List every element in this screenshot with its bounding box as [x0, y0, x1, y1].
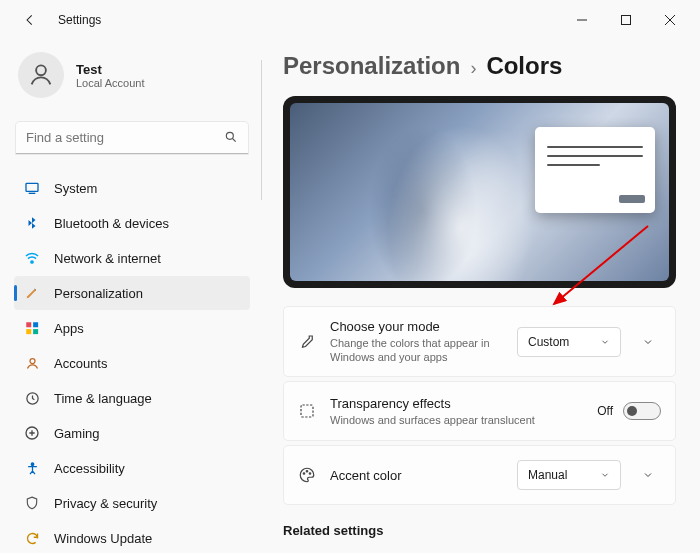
transparency-toggle[interactable]: [623, 402, 661, 420]
paint-icon: [24, 285, 40, 301]
back-button[interactable]: [14, 4, 46, 36]
svg-rect-16: [301, 405, 313, 417]
preview-window-card: [535, 127, 655, 213]
avatar: [18, 52, 64, 98]
chevron-down-icon: [600, 470, 610, 480]
clock-icon: [24, 390, 40, 406]
breadcrumb-sep: ›: [470, 58, 476, 79]
palette-icon: [298, 466, 316, 484]
svg-point-3: [226, 132, 233, 139]
dropdown-value: Custom: [528, 335, 569, 349]
brush-icon: [298, 333, 316, 351]
sidebar-item-bluetooth[interactable]: Bluetooth & devices: [14, 206, 250, 240]
breadcrumb-parent[interactable]: Personalization: [283, 52, 460, 80]
sidebar-item-accessibility[interactable]: Accessibility: [14, 451, 250, 485]
svg-rect-1: [622, 16, 631, 25]
setting-row-mode[interactable]: Choose your mode Change the colors that …: [283, 306, 676, 378]
sidebar-item-label: Accounts: [54, 356, 107, 371]
sidebar-item-label: Bluetooth & devices: [54, 216, 169, 231]
profile-sub: Local Account: [76, 77, 145, 89]
profile-block[interactable]: Test Local Account: [14, 46, 250, 116]
sidebar-item-label: Accessibility: [54, 461, 125, 476]
sidebar-item-personalization[interactable]: Personalization: [14, 276, 250, 310]
setting-sub: Windows and surfaces appear translucent: [330, 413, 583, 427]
sidebar: Test Local Account System Bluetooth & de…: [0, 40, 260, 553]
svg-rect-8: [26, 322, 31, 327]
sidebar-item-label: System: [54, 181, 97, 196]
svg-point-7: [31, 261, 33, 263]
sidebar-item-label: Gaming: [54, 426, 100, 441]
gaming-icon: [24, 425, 40, 441]
system-icon: [24, 180, 40, 196]
transparency-icon: [298, 402, 316, 420]
accent-dropdown[interactable]: Manual: [517, 460, 621, 490]
maximize-button[interactable]: [604, 5, 648, 35]
sidebar-item-label: Privacy & security: [54, 496, 157, 511]
related-settings-heading: Related settings: [283, 523, 676, 538]
sidebar-item-label: Windows Update: [54, 531, 152, 546]
apps-icon: [24, 320, 40, 336]
svg-point-12: [30, 358, 35, 363]
search-icon: [224, 130, 238, 144]
svg-rect-9: [33, 322, 38, 327]
svg-point-2: [36, 65, 46, 75]
content-area: Personalization › Colors Choose your mod…: [260, 40, 700, 553]
breadcrumb: Personalization › Colors: [283, 52, 676, 80]
theme-preview: [283, 96, 676, 288]
sidebar-item-label: Apps: [54, 321, 84, 336]
setting-sub: Change the colors that appear in Windows…: [330, 336, 503, 365]
sidebar-item-network[interactable]: Network & internet: [14, 241, 250, 275]
profile-name: Test: [76, 62, 145, 77]
setting-title: Choose your mode: [330, 319, 503, 334]
sidebar-item-label: Personalization: [54, 286, 143, 301]
svg-point-19: [309, 473, 311, 475]
expand-row-button[interactable]: [635, 469, 661, 481]
update-icon: [24, 530, 40, 546]
shield-icon: [24, 495, 40, 511]
window-title: Settings: [58, 13, 101, 27]
sidebar-item-privacy[interactable]: Privacy & security: [14, 486, 250, 520]
sidebar-item-time[interactable]: Time & language: [14, 381, 250, 415]
sidebar-item-system[interactable]: System: [14, 171, 250, 205]
nav-list: System Bluetooth & devices Network & int…: [14, 170, 250, 553]
setting-row-transparency[interactable]: Transparency effects Windows and surface…: [283, 381, 676, 441]
chevron-down-icon: [600, 337, 610, 347]
expand-row-button[interactable]: [635, 336, 661, 348]
svg-rect-5: [26, 183, 38, 191]
toggle-state-label: Off: [597, 404, 613, 418]
svg-line-4: [233, 139, 236, 142]
accessibility-icon: [24, 460, 40, 476]
setting-row-accent[interactable]: Accent color Manual: [283, 445, 676, 505]
accounts-icon: [24, 355, 40, 371]
bluetooth-icon: [24, 215, 40, 231]
mode-dropdown[interactable]: Custom: [517, 327, 621, 357]
minimize-button[interactable]: [560, 5, 604, 35]
search-box[interactable]: [16, 122, 248, 154]
sidebar-item-update[interactable]: Windows Update: [14, 521, 250, 553]
svg-point-17: [303, 473, 305, 475]
svg-point-15: [31, 462, 34, 465]
search-input[interactable]: [16, 122, 248, 154]
setting-title: Transparency effects: [330, 396, 583, 411]
breadcrumb-current: Colors: [486, 52, 562, 80]
svg-point-18: [306, 471, 308, 473]
svg-rect-10: [26, 329, 31, 334]
svg-rect-11: [33, 329, 38, 334]
sidebar-item-label: Network & internet: [54, 251, 161, 266]
close-button[interactable]: [648, 5, 692, 35]
sidebar-item-apps[interactable]: Apps: [14, 311, 250, 345]
wifi-icon: [24, 250, 40, 266]
sidebar-item-label: Time & language: [54, 391, 152, 406]
sidebar-item-accounts[interactable]: Accounts: [14, 346, 250, 380]
setting-title: Accent color: [330, 468, 503, 483]
titlebar: Settings: [0, 0, 700, 40]
sidebar-item-gaming[interactable]: Gaming: [14, 416, 250, 450]
dropdown-value: Manual: [528, 468, 567, 482]
